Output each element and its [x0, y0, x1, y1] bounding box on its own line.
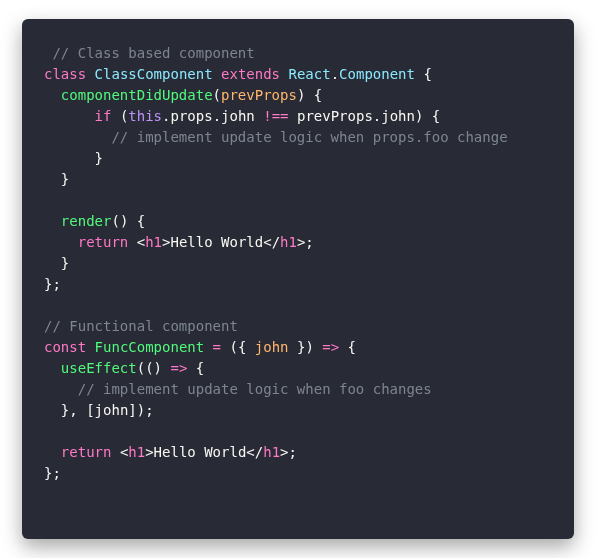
punct-cbrace: }: [61, 171, 69, 187]
punct-obrace: {: [238, 339, 246, 355]
punct-dot: .: [373, 108, 381, 124]
op-arrow: =>: [322, 339, 339, 355]
punct-semi: ;: [305, 234, 313, 250]
punct-obrace: {: [432, 108, 440, 124]
tag-h1-close: h1: [263, 444, 280, 460]
kw-class: class: [44, 66, 86, 82]
prop-john: john: [221, 108, 255, 124]
op-neq: !==: [263, 108, 288, 124]
punct-semi: ;: [145, 402, 153, 418]
op-eq: =: [213, 339, 221, 355]
punct-oparen: (: [111, 213, 119, 229]
param-prevprops: prevProps: [221, 87, 297, 103]
fn-componentdidupdate: componentDidUpdate: [61, 87, 213, 103]
punct-cparen: ): [120, 213, 128, 229]
punct-gt: >: [280, 444, 288, 460]
punct-cparen: ): [137, 402, 145, 418]
id-funccomponent: FuncComponent: [95, 339, 205, 355]
punct-semi: ;: [52, 276, 60, 292]
tag-h1-close: h1: [280, 234, 297, 250]
punct-obrace: {: [423, 66, 431, 82]
punct-slash: /: [272, 234, 280, 250]
text-hello-world: Hello World: [154, 444, 247, 460]
punct-dot: .: [213, 108, 221, 124]
kw-extends: extends: [221, 66, 280, 82]
punct-lt: <: [263, 234, 271, 250]
punct-lt: <: [137, 234, 145, 250]
punct-gt: >: [145, 444, 153, 460]
punct-cparen: ): [415, 108, 423, 124]
param-john: john: [255, 339, 289, 355]
punct-dot: .: [331, 66, 339, 82]
punct-slash: /: [255, 444, 263, 460]
id-component: Component: [339, 66, 415, 82]
punct-obrace: {: [348, 339, 356, 355]
kw-if: if: [95, 108, 112, 124]
fn-useeffect: useEffect: [61, 360, 137, 376]
kw-return: return: [78, 234, 129, 250]
punct-obrace: {: [196, 360, 204, 376]
comment-class: // Class based component: [44, 45, 255, 61]
dep-john: john: [95, 402, 129, 418]
prop-props: props: [170, 108, 212, 124]
code-window: // Class based component class ClassComp…: [22, 19, 574, 539]
punct-oparen: (: [229, 339, 237, 355]
punct-obrace: {: [314, 87, 322, 103]
punct-oparen: (: [137, 360, 145, 376]
punct-obracket: [: [86, 402, 94, 418]
id-classcomponent: ClassComponent: [95, 66, 213, 82]
punct-cbracket: ]: [128, 402, 136, 418]
punct-comma: ,: [69, 402, 77, 418]
comment-update-class: // implement update logic when props.foo…: [111, 129, 507, 145]
punct-cparen: ): [305, 339, 313, 355]
punct-semi: ;: [289, 444, 297, 460]
punct-oparen: (: [213, 87, 221, 103]
text-hello-world: Hello World: [170, 234, 263, 250]
param-prevprops: prevProps: [297, 108, 373, 124]
comment-update-func: // implement update logic when foo chang…: [78, 381, 432, 397]
punct-cbrace: }: [95, 150, 103, 166]
punct-cparen: ): [154, 360, 162, 376]
punct-obrace: {: [137, 213, 145, 229]
prop-john: john: [381, 108, 415, 124]
punct-cparen: ): [297, 87, 305, 103]
code-block: // Class based component class ClassComp…: [22, 19, 574, 508]
fn-render: render: [61, 213, 112, 229]
punct-oparen: (: [145, 360, 153, 376]
punct-semi: ;: [52, 465, 60, 481]
op-arrow: =>: [170, 360, 187, 376]
tag-h1-open: h1: [145, 234, 162, 250]
kw-const: const: [44, 339, 86, 355]
tag-h1-open: h1: [128, 444, 145, 460]
punct-lt: <: [246, 444, 254, 460]
kw-this: this: [128, 108, 162, 124]
id-react: React: [289, 66, 331, 82]
kw-return: return: [61, 444, 112, 460]
comment-functional: // Functional component: [44, 318, 238, 334]
punct-cbrace: }: [61, 255, 69, 271]
